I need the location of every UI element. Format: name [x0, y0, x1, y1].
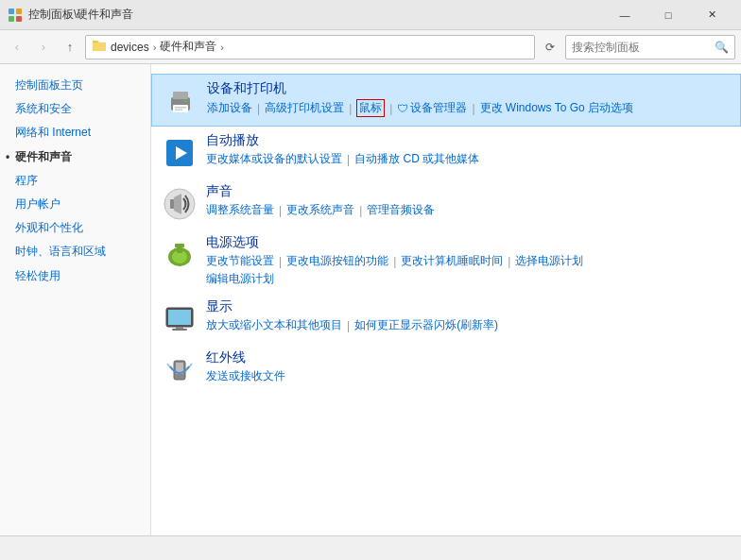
- link-windows-to-go[interactable]: 更改 Windows To Go 启动选项: [480, 100, 633, 116]
- svg-rect-6: [173, 105, 188, 112]
- address-bar: ‹ › ↑ devices › 硬件和声音 › ⟳ 🔍: [0, 30, 741, 64]
- sidebar-label-hardware: 硬件和声音: [15, 148, 72, 166]
- link-power-plan[interactable]: 选择电源计划: [515, 253, 583, 269]
- link-advanced-print[interactable]: 高级打印机设置: [265, 100, 344, 116]
- sidebar-label-network: 网络和 Internet: [15, 124, 91, 142]
- autoplay-title[interactable]: 自动播放: [206, 132, 726, 149]
- sidebar-label-programs: 程序: [15, 172, 38, 190]
- link-device-manager[interactable]: 设备管理器: [410, 100, 467, 116]
- title-bar: 控制面板\硬件和声音 — □ ✕: [0, 0, 741, 30]
- sidebar-item-access[interactable]: 轻松使用: [0, 264, 150, 288]
- link-mouse[interactable]: 鼠标: [356, 99, 385, 117]
- link-sleep-time[interactable]: 更改计算机睡眠时间: [401, 253, 503, 269]
- autoplay-content: 自动播放 更改媒体或设备的默认设置 | 自动播放 CD 或其他媒体: [206, 132, 726, 167]
- shield-icon: 🛡: [397, 102, 408, 115]
- svg-rect-13: [170, 199, 174, 209]
- autoplay-icon: [161, 134, 198, 172]
- link-add-device[interactable]: 添加设备: [207, 100, 252, 116]
- link-power-save[interactable]: 更改节能设置: [206, 253, 274, 269]
- sidebar-item-datetime[interactable]: 时钟、语言和区域: [0, 240, 150, 263]
- autoplay-links: 更改媒体或设备的默认设置 | 自动播放 CD 或其他媒体: [206, 151, 726, 167]
- forward-button[interactable]: ›: [32, 36, 55, 59]
- sidebar-section: 控制面板主页 系统和安全 网络和 Internet • 硬件和声音 程序 用户帐…: [0, 74, 150, 296]
- cp-item-devices: 设备和打印机 添加设备 | 高级打印机设置 | 鼠标 | 🛡 设备管理器 | 更…: [151, 74, 741, 127]
- bullet-hardware: •: [6, 148, 15, 166]
- minimize-button[interactable]: —: [603, 0, 646, 30]
- infrared-content: 红外线 发送或接收文件: [206, 349, 726, 384]
- link-send-receive[interactable]: 发送或接收文件: [206, 368, 285, 384]
- sidebar-item-users[interactable]: 用户帐户: [0, 193, 150, 216]
- search-box[interactable]: 🔍: [565, 35, 735, 59]
- sidebar-item-home[interactable]: 控制面板主页: [0, 74, 150, 97]
- path-sep-2: ›: [220, 42, 224, 53]
- svg-rect-20: [168, 310, 191, 325]
- svg-rect-0: [9, 8, 14, 14]
- sep4: |: [469, 102, 477, 115]
- svg-rect-1: [16, 8, 22, 14]
- sidebar-label-users: 用户帐户: [15, 195, 60, 213]
- address-path[interactable]: devices › 硬件和声音 ›: [85, 35, 535, 59]
- infrared-title[interactable]: 红外线: [206, 349, 726, 366]
- main-layout: 控制面板主页 系统和安全 网络和 Internet • 硬件和声音 程序 用户帐…: [0, 64, 741, 535]
- path-sep-1: ›: [153, 42, 157, 53]
- sidebar-label-security: 系统和安全: [15, 100, 72, 118]
- title-bar-controls: — □ ✕: [603, 0, 733, 30]
- refresh-button[interactable]: ⟳: [539, 36, 561, 59]
- path-part-1: devices: [111, 41, 149, 54]
- sep3: |: [387, 102, 395, 115]
- maximize-button[interactable]: □: [646, 0, 690, 30]
- cp-item-sound: 声音 调整系统音量 | 更改系统声音 | 管理音频设备: [151, 178, 741, 229]
- devices-content: 设备和打印机 添加设备 | 高级打印机设置 | 鼠标 | 🛡 设备管理器 | 更…: [207, 80, 725, 117]
- display-content: 显示 放大或缩小文本和其他项目 | 如何更正显示器闪烁(刷新率): [206, 298, 726, 333]
- link-display-flicker[interactable]: 如何更正显示器闪烁(刷新率): [354, 317, 498, 333]
- power-links-2: 编辑电源计划: [206, 271, 726, 287]
- sidebar-item-security[interactable]: 系统和安全: [0, 97, 150, 121]
- sidebar-item-hardware[interactable]: • 硬件和声音: [0, 145, 150, 169]
- svg-rect-3: [16, 16, 22, 22]
- sound-title[interactable]: 声音: [206, 183, 726, 200]
- link-autoplay-cd[interactable]: 自动播放 CD 或其他媒体: [354, 151, 479, 167]
- sep6: |: [276, 204, 284, 217]
- link-edit-plan[interactable]: 编辑电源计划: [206, 271, 274, 287]
- sound-icon: [161, 185, 198, 223]
- svg-rect-18: [175, 244, 184, 247]
- search-icon: 🔍: [715, 41, 729, 54]
- sidebar-item-appearance[interactable]: 外观和个性化: [0, 216, 150, 240]
- svg-point-9: [184, 100, 187, 103]
- link-power-buttons[interactable]: 更改电源按钮的功能: [286, 253, 388, 269]
- content-area: 设备和打印机 添加设备 | 高级打印机设置 | 鼠标 | 🛡 设备管理器 | 更…: [151, 64, 741, 535]
- status-bar: [0, 535, 741, 560]
- title-bar-text: 控制面板\硬件和声音: [28, 7, 603, 23]
- sidebar-item-network[interactable]: 网络和 Internet: [0, 121, 150, 144]
- close-button[interactable]: ✕: [690, 0, 733, 30]
- sep8: |: [276, 255, 284, 268]
- power-title[interactable]: 电源选项: [206, 234, 726, 251]
- sep10: |: [505, 255, 513, 268]
- folder-icon: [92, 38, 107, 56]
- devices-title[interactable]: 设备和打印机: [207, 80, 725, 97]
- sep2: |: [346, 102, 354, 115]
- sidebar: 控制面板主页 系统和安全 网络和 Internet • 硬件和声音 程序 用户帐…: [0, 64, 151, 535]
- infrared-icon: [161, 351, 198, 389]
- display-title[interactable]: 显示: [206, 298, 726, 315]
- search-input[interactable]: [572, 41, 715, 54]
- sep1: |: [254, 102, 263, 115]
- sidebar-label-datetime: 时钟、语言和区域: [15, 243, 106, 261]
- svg-rect-8: [175, 110, 182, 111]
- sound-content: 声音 调整系统音量 | 更改系统声音 | 管理音频设备: [206, 183, 726, 218]
- link-change-sound[interactable]: 更改系统声音: [286, 202, 354, 218]
- power-icon: [161, 236, 198, 274]
- link-zoom-text[interactable]: 放大或缩小文本和其他项目: [206, 317, 342, 333]
- link-manage-audio[interactable]: 管理音频设备: [367, 202, 435, 218]
- display-icon: [161, 300, 198, 338]
- link-autoplay-default[interactable]: 更改媒体或设备的默认设置: [206, 151, 342, 167]
- sound-links: 调整系统音量 | 更改系统声音 | 管理音频设备: [206, 202, 726, 218]
- cp-item-power: 电源选项 更改节能设置 | 更改电源按钮的功能 | 更改计算机睡眠时间 | 选择…: [151, 229, 741, 293]
- back-button[interactable]: ‹: [6, 36, 28, 59]
- display-links: 放大或缩小文本和其他项目 | 如何更正显示器闪烁(刷新率): [206, 317, 726, 333]
- link-adjust-volume[interactable]: 调整系统音量: [206, 202, 274, 218]
- sidebar-item-programs[interactable]: 程序: [0, 169, 150, 193]
- up-button[interactable]: ↑: [59, 36, 81, 59]
- svg-rect-5: [173, 92, 188, 99]
- sidebar-label-appearance: 外观和个性化: [15, 219, 83, 237]
